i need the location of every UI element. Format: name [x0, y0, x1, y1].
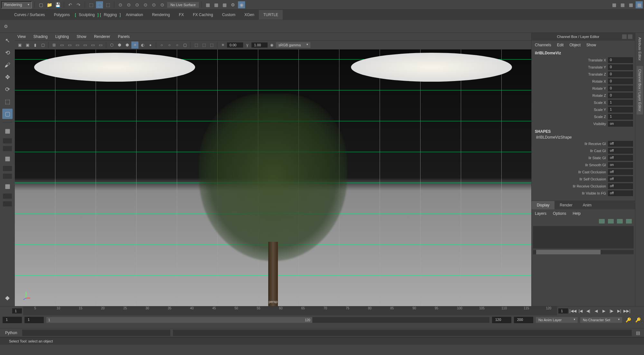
snap-live-icon[interactable]: ⊙ — [150, 1, 157, 8]
vp-camera-attrs-icon[interactable]: ▣ — [24, 41, 31, 49]
shape-attr-value[interactable]: off — [608, 183, 633, 189]
vp-isolate-icon[interactable]: ▢ — [181, 41, 188, 49]
vp-gate-mask-icon[interactable]: ▭ — [74, 41, 81, 49]
auto-key-icon[interactable]: 🔑 — [625, 316, 632, 323]
current-frame-end[interactable]: 1 — [558, 308, 568, 314]
vp-exposure-icon[interactable]: ☀ — [219, 41, 226, 49]
tool-settings-icon[interactable]: ▦ — [627, 1, 634, 8]
shelf-tab-fx[interactable]: FX — [175, 10, 188, 20]
shape-attr-value[interactable]: off — [608, 169, 633, 175]
shape-attr-label[interactable]: Ilr Receive Occlusion — [534, 184, 608, 188]
cb-menu-edit[interactable]: Edit — [557, 43, 564, 47]
set-key-icon[interactable]: 🔑 — [634, 316, 641, 323]
vp-xray-icon[interactable]: ⬚ — [193, 41, 200, 49]
channel-label[interactable]: Scale Z — [534, 115, 608, 119]
rotate-tool[interactable]: ⟳ — [2, 84, 13, 95]
vp-aa-icon[interactable]: ○ — [166, 41, 173, 49]
go-to-start-icon[interactable]: |◀◀ — [569, 308, 576, 314]
layer-new-empty-icon[interactable] — [617, 219, 623, 223]
vp-shaded-icon[interactable]: ⬢ — [116, 41, 123, 49]
time-ticks[interactable]: 5101520253035404550556065707580859095100… — [23, 306, 557, 315]
shelf-tab-xgen[interactable]: XGen — [240, 10, 259, 20]
save-scene-icon[interactable]: 💾 — [54, 1, 61, 8]
select-component-icon[interactable]: ⬚ — [104, 1, 111, 8]
layer-tab-render[interactable]: Render — [554, 201, 577, 209]
step-back-icon[interactable]: ◀| — [585, 308, 592, 314]
vp-resolution-gate-icon[interactable]: ▭ — [66, 41, 73, 49]
shelf-tab-rigging[interactable]: Rigging — [99, 10, 121, 20]
step-forward-icon[interactable]: |▶ — [608, 308, 615, 314]
layer-menu-help[interactable]: Help — [573, 211, 581, 216]
range-end-field[interactable]: 200 — [514, 317, 533, 323]
cb-shape-name[interactable]: ilrIBLDomeVizShape — [532, 134, 635, 140]
channel-label[interactable]: Translate Z — [534, 72, 608, 76]
vp-wireframe-icon[interactable]: ⬡ — [108, 41, 115, 49]
layout-preset-2[interactable] — [3, 146, 12, 151]
snap-plane-icon[interactable]: ⊙ — [142, 1, 149, 8]
range-slider-fill[interactable]: 1 120 — [46, 317, 312, 323]
channel-value[interactable]: on — [608, 121, 633, 127]
vp-gamma-field[interactable]: 1.00 — [251, 42, 268, 48]
hypershade-icon[interactable]: ◉ — [238, 1, 245, 8]
undo-icon[interactable]: ↶ — [67, 1, 74, 8]
vp-menu-view[interactable]: View — [17, 34, 26, 39]
vp-lights-icon[interactable]: ☀ — [131, 41, 138, 49]
vp-view-transform-icon[interactable]: ◉ — [268, 41, 275, 49]
channel-box-icon[interactable]: ▦ — [636, 1, 643, 8]
script-editor-icon[interactable]: ▤ — [634, 329, 641, 336]
channel-label[interactable]: Translate X — [534, 58, 608, 62]
redo-icon[interactable]: ↷ — [75, 1, 82, 8]
channel-value[interactable]: 1 — [608, 114, 633, 120]
shape-attr-value[interactable]: off — [608, 176, 633, 182]
vp-menu-lighting[interactable]: Lighting — [55, 34, 69, 39]
scrollbar-thumb[interactable] — [536, 250, 601, 254]
channel-label[interactable]: Translate Y — [534, 65, 608, 69]
sidebar-tab-channel-box[interactable]: Channel Box / Layer Editor — [637, 66, 643, 114]
character-set-dropdown[interactable]: No Character Set — [580, 317, 622, 323]
select-object-icon[interactable]: ⬚ — [96, 1, 103, 8]
paint-select-tool[interactable]: 🖌 — [2, 60, 13, 70]
snap-grid-icon[interactable]: ⊙ — [117, 1, 124, 8]
channel-value[interactable]: 0 — [608, 64, 633, 70]
cb-menu-show[interactable]: Show — [586, 43, 596, 47]
layout-four-icon[interactable]: ▦ — [2, 153, 13, 164]
shelf-tab-turtle[interactable]: TURTLE — [259, 10, 283, 20]
range-start-field[interactable]: 1 — [3, 317, 22, 323]
shape-attr-label[interactable]: Ilr Cast Occlusion — [534, 170, 608, 174]
shape-attr-label[interactable]: Ilr Cast GI — [534, 149, 608, 153]
vp-image-plane-icon[interactable]: ▢ — [39, 41, 46, 49]
script-language[interactable]: Python — [3, 330, 20, 336]
vp-safe-title-icon[interactable]: ▭ — [97, 41, 104, 49]
layout-single-icon[interactable]: ▦ — [2, 126, 13, 136]
shape-attr-label[interactable]: Ilr Self Occlusion — [534, 177, 608, 181]
shelf-tab-custom[interactable]: Custom — [218, 10, 240, 20]
layout-preset-5[interactable] — [3, 194, 12, 199]
vp-dof-icon[interactable]: ○ — [174, 41, 181, 49]
channel-value[interactable]: 0 — [608, 71, 633, 77]
render-settings-icon[interactable]: ⚙ — [230, 1, 237, 8]
snap-toggle-icon[interactable]: ⊙ — [159, 1, 166, 8]
sidebar-tab-attribute-editor[interactable]: Attribute Editor — [637, 34, 643, 64]
open-scene-icon[interactable]: 📁 — [46, 1, 53, 8]
panel-close-icon[interactable] — [628, 34, 632, 39]
vp-motion-blur-icon[interactable]: ○ — [158, 41, 165, 49]
vp-shadows-icon[interactable]: ◐ — [139, 41, 146, 49]
lasso-tool[interactable]: ⟲ — [2, 48, 13, 58]
shape-attr-label[interactable]: Ilr Static GI — [534, 156, 608, 160]
cb-object-name[interactable]: ilrIBLDomeViz — [532, 50, 635, 57]
panel-dock-icon[interactable] — [622, 34, 627, 39]
panel-layout-icon[interactable]: ▦ — [611, 1, 618, 8]
layer-list[interactable] — [533, 226, 634, 249]
vp-grid-icon[interactable]: ⊞ — [51, 41, 58, 49]
select-hierarchy-icon[interactable]: ⬚ — [88, 1, 95, 8]
channel-value[interactable]: 0 — [608, 57, 633, 63]
shape-attr-value[interactable]: on — [608, 162, 633, 168]
render-view-icon[interactable]: ▦ — [204, 1, 212, 8]
channel-label[interactable]: Visibility — [534, 122, 608, 126]
layout-preset-6[interactable] — [3, 201, 12, 206]
layout-preset-4[interactable] — [3, 174, 12, 179]
shape-attr-value[interactable]: off — [608, 148, 633, 154]
cb-menu-object[interactable]: Object — [569, 43, 581, 47]
vp-menu-panels[interactable]: Panels — [118, 34, 130, 39]
time-slider[interactable]: 1 51015202530354045505560657075808590951… — [0, 306, 644, 315]
